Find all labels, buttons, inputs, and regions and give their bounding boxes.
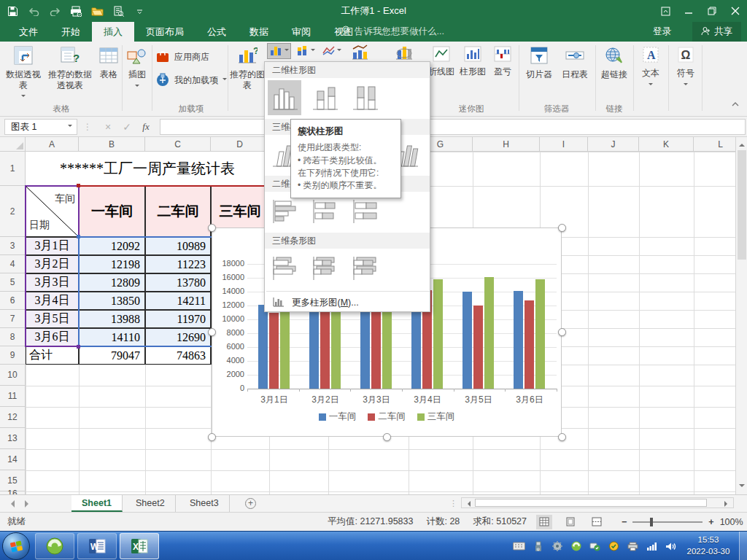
total-label-cell[interactable]: 合计 <box>26 346 79 365</box>
column-header-K[interactable]: K <box>639 137 694 152</box>
recommended-charts-button[interactable]: ?推荐的图表 <box>230 43 265 104</box>
close-icon[interactable] <box>724 0 747 22</box>
bar-一车间-3月2日[interactable] <box>309 304 319 389</box>
collapse-ribbon-icon[interactable] <box>731 100 740 109</box>
recommended-pivottables-button[interactable]: ?推荐的数据透视表 <box>45 43 95 104</box>
scroll-right-icon[interactable] <box>724 501 730 507</box>
share-button[interactable]: 共享 <box>692 22 741 42</box>
date-cell[interactable]: 3月3日 <box>26 273 79 292</box>
bar-三车间-3月4日[interactable] <box>433 279 443 389</box>
taskbar-word-button[interactable]: W <box>77 533 117 559</box>
show-desktop-button[interactable] <box>739 532 747 560</box>
selection-handle[interactable] <box>558 224 566 232</box>
sparkline-column-button[interactable]: 柱形图 <box>457 43 488 104</box>
taskbar-excel-button[interactable]: X <box>120 533 159 559</box>
menu-item-3d-stacked-bar[interactable] <box>308 251 341 286</box>
scroll-up-icon[interactable] <box>739 141 745 147</box>
row-header-3[interactable]: 3 <box>0 237 26 255</box>
usb-drive-icon[interactable]: ψ <box>532 540 544 553</box>
sign-in-link[interactable]: 登录 <box>653 22 671 42</box>
pivotchart-button[interactable] <box>391 43 417 62</box>
row-header-4[interactable]: 4 <box>0 255 26 273</box>
scroll-left-icon[interactable] <box>465 501 471 507</box>
menu-item-stacked-bar[interactable] <box>308 194 341 229</box>
column-header-H[interactable]: H <box>473 137 540 152</box>
diagonal-header-cell[interactable]: 车间 日期 <box>26 186 79 237</box>
printer-icon[interactable] <box>627 540 639 553</box>
row-header-9[interactable]: 9 <box>0 346 26 365</box>
selection-handle[interactable] <box>208 433 216 441</box>
symbols-button[interactable]: Ω符号 <box>670 43 701 104</box>
selection-handle[interactable] <box>383 433 391 441</box>
row-header-7[interactable]: 7 <box>0 310 26 328</box>
menu-item-clustered-column[interactable] <box>268 80 301 115</box>
new-sheet-icon[interactable]: + <box>245 498 256 509</box>
zoom-in-icon[interactable]: + <box>708 517 713 527</box>
legend-item-一车间[interactable]: 一车间 <box>319 411 357 423</box>
tab-review[interactable]: 审阅 <box>280 22 322 42</box>
value-cell[interactable]: 13780 <box>145 273 211 292</box>
bar-三车间-3月6日[interactable] <box>535 279 545 389</box>
browser-tray-icon[interactable] <box>570 540 582 553</box>
tab-data[interactable]: 数据 <box>238 22 280 42</box>
bar-二车间-3月2日[interactable] <box>320 311 330 389</box>
value-cell[interactable]: 11970 <box>145 310 211 328</box>
value-cell[interactable]: 14211 <box>145 292 211 310</box>
column-header-A[interactable]: A <box>26 137 79 152</box>
zoom-out-icon[interactable]: − <box>622 517 627 527</box>
network-signal-icon[interactable] <box>646 540 658 553</box>
row-header-1[interactable]: 1 <box>0 152 26 186</box>
bar-一车间-3月3日[interactable] <box>360 300 370 389</box>
bar-二车间-3月5日[interactable] <box>473 306 483 389</box>
zoom-level[interactable]: 100% <box>720 517 743 527</box>
value-cell[interactable]: 12092 <box>79 237 145 255</box>
bar-一车间-3月1日[interactable] <box>258 305 268 389</box>
tab-scroll-right-icon[interactable] <box>25 500 32 508</box>
tab-scroll-left-icon[interactable] <box>7 500 15 508</box>
tab-formulas[interactable]: 公式 <box>196 22 238 42</box>
bar-二车间-3月6日[interactable] <box>525 300 534 389</box>
date-cell[interactable]: 3月6日 <box>26 328 79 346</box>
sparkline-winloss-button[interactable]: 盈亏 <box>489 43 516 104</box>
selection-handle[interactable] <box>208 224 216 232</box>
value-cell[interactable]: 12809 <box>79 273 145 292</box>
workshop-header-cell[interactable]: 一车间 <box>79 186 145 237</box>
bar-三车间-3月1日[interactable] <box>280 311 290 389</box>
menu-item-stacked-column[interactable] <box>308 80 341 115</box>
name-box[interactable]: 图表 1 <box>4 119 77 135</box>
value-cell[interactable]: 12198 <box>79 255 145 273</box>
row-header-5[interactable]: 5 <box>0 273 26 292</box>
total-value-cell[interactable]: 79047 <box>79 346 145 365</box>
column-header-J[interactable]: J <box>588 137 639 152</box>
column-header-I[interactable]: I <box>540 137 588 152</box>
zoom-slider[interactable] <box>632 521 703 523</box>
value-cell[interactable]: 14110 <box>79 328 145 346</box>
zoom-slider-thumb[interactable] <box>650 518 653 526</box>
cancel-entry-icon[interactable]: × <box>98 119 117 135</box>
usb-safely-remove-icon[interactable] <box>589 540 601 553</box>
date-cell[interactable]: 3月4日 <box>26 292 79 310</box>
value-cell[interactable]: 13988 <box>79 310 145 328</box>
taskbar-clock[interactable]: 15:53 2022-03-30 <box>681 534 735 557</box>
insert-combo-chart-button[interactable] <box>347 43 372 62</box>
sheet-tab-sheet1[interactable]: Sheet1 <box>71 495 123 512</box>
sheet-title-cell[interactable]: ******工厂一周产量统计表 <box>26 152 269 186</box>
bar-三车间-3月5日[interactable] <box>484 277 494 389</box>
page-layout-view-icon[interactable] <box>562 515 578 529</box>
selection-handle[interactable] <box>558 328 566 336</box>
vertical-scrollbar[interactable] <box>735 137 747 494</box>
row-header-6[interactable]: 6 <box>0 292 26 310</box>
formula-input[interactable] <box>160 119 746 135</box>
more-column-charts-item[interactable]: 更多柱形图(M)... <box>265 294 430 311</box>
ribbon-display-options-icon[interactable] <box>654 0 677 22</box>
tab-page-layout[interactable]: 页面布局 <box>134 22 196 42</box>
value-cell[interactable]: 12690 <box>145 328 211 346</box>
column-header-B[interactable]: B <box>79 137 145 152</box>
row-header-8[interactable]: 8 <box>0 328 26 346</box>
page-break-view-icon[interactable] <box>589 515 605 529</box>
row-header-14[interactable]: 14 <box>0 449 26 470</box>
sheet-tab-sheet2[interactable]: Sheet2 <box>125 495 176 512</box>
taskbar-browser-button[interactable] <box>35 533 74 559</box>
bar-二车间-3月1日[interactable] <box>269 313 279 389</box>
store-button[interactable]: 应用商店 <box>155 47 227 66</box>
